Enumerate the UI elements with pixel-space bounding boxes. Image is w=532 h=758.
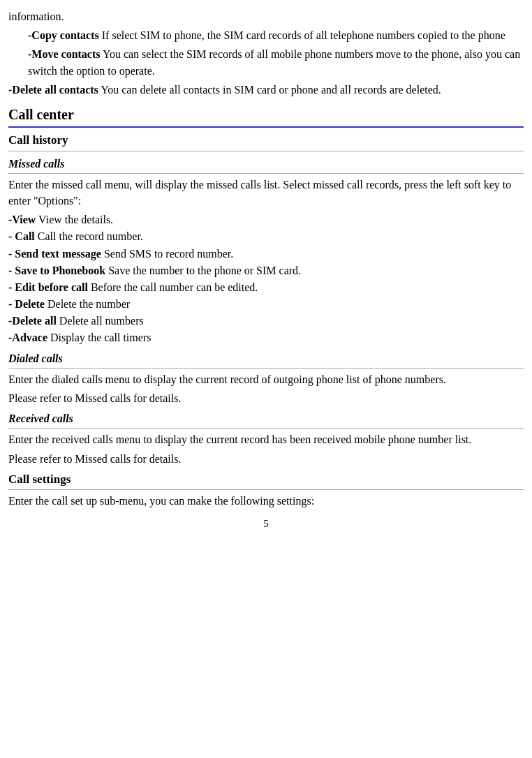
received-calls-header: Received calls: [8, 410, 524, 429]
option-view-text: View the details.: [36, 214, 113, 225]
call-settings-section: Call settings Enter the call set up sub-…: [8, 471, 524, 510]
copy-contacts-label: -Copy contacts: [28, 29, 99, 41]
intro-section: information. -Copy contacts If select SI…: [8, 8, 524, 98]
call-history-section: Call history: [8, 132, 524, 151]
dialed-calls-header: Dialed calls: [8, 350, 524, 369]
dialed-calls-intro: Enter the dialed calls menu to display t…: [8, 371, 524, 387]
page-number: 5: [8, 517, 524, 532]
call-center-section: Call center: [8, 105, 524, 128]
call-settings-header: Call settings: [8, 471, 524, 491]
copy-contacts-line: -Copy contacts If select SIM to phone, t…: [8, 27, 524, 43]
move-contacts-label: -Move contacts: [28, 48, 101, 60]
option-delete-all-value: Delete all numbers: [57, 315, 144, 327]
dialed-calls-section: Dialed calls Enter the dialed calls menu…: [8, 350, 524, 407]
option-send-text-value: Send SMS to record number.: [101, 248, 233, 260]
dialed-calls-note: Please refer to Missed calls for details…: [8, 390, 524, 406]
move-contacts-line: -Move contacts You can select the SIM re…: [8, 46, 524, 78]
delete-all-contacts-line: -Delete all contacts You can delete all …: [8, 82, 524, 98]
copy-contacts-text: If select SIM to phone, the SIM card rec…: [99, 29, 505, 41]
option-delete: - Delete Delete the number: [8, 296, 524, 312]
option-save-phonebook-value: Save the number to the phone or SIM card…: [105, 265, 301, 276]
delete-all-contacts-text: You can delete all contacts in SIM card …: [98, 84, 441, 96]
call-history-header: Call history: [8, 132, 524, 151]
option-advace-label: -Advace: [8, 332, 47, 343]
option-delete-all-label: -Delete all: [8, 315, 57, 327]
missed-calls-header: Missed calls: [8, 156, 524, 174]
option-view-label: -View: [8, 214, 36, 225]
received-calls-note: Please refer to Missed calls for details…: [8, 451, 524, 467]
received-calls-section: Received calls Enter the received calls …: [8, 410, 524, 467]
option-send-text-label: - Send text message: [8, 248, 101, 260]
option-advace-value: Display the call timers: [47, 332, 151, 343]
received-calls-intro: Enter the received calls menu to display…: [8, 431, 524, 447]
option-edit-before-call-label: - Edit before call: [8, 281, 88, 293]
missed-calls-options: -View View the details. - Call Call the …: [8, 211, 524, 346]
option-send-text: - Send text message Send SMS to record n…: [8, 246, 524, 262]
option-save-phonebook-label: - Save to Phonebook: [8, 265, 105, 276]
option-call-text: Call the record number.: [35, 230, 143, 242]
option-delete-value: Delete the number: [45, 298, 130, 310]
option-view: -View View the details.: [8, 211, 524, 228]
option-edit-before-call-value: Before the call number can be edited.: [88, 281, 258, 293]
option-call: - Call Call the record number.: [8, 228, 524, 244]
option-delete-label: - Delete: [8, 298, 45, 310]
option-edit-before-call: - Edit before call Before the call numbe…: [8, 279, 524, 295]
option-save-phonebook: - Save to Phonebook Save the number to t…: [8, 262, 524, 278]
delete-all-contacts-label: -Delete all contacts: [8, 84, 98, 96]
call-settings-intro: Enter the call set up sub-menu, you can …: [8, 493, 524, 509]
option-delete-all: -Delete all Delete all numbers: [8, 313, 524, 329]
missed-calls-section: Missed calls Enter the missed call menu,…: [8, 156, 524, 346]
call-center-header: Call center: [8, 105, 524, 128]
intro-line1: information.: [8, 8, 524, 24]
option-call-label: - Call: [8, 230, 35, 242]
missed-calls-intro: Enter the missed call menu, will display…: [8, 177, 524, 209]
move-contacts-text: You can select the SIM records of all mo…: [28, 48, 520, 76]
option-advace: -Advace Display the call timers: [8, 329, 524, 345]
